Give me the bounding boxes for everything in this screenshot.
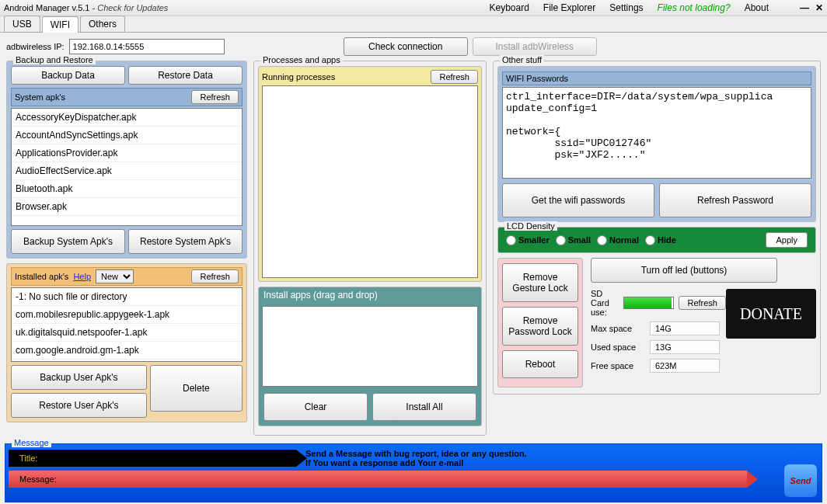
running-processes-label: Running processes — [262, 72, 335, 82]
wifi-passwords-text[interactable]: ctrl_interface=DIR=/data/system/wpa_supp… — [502, 87, 811, 179]
message-title-field[interactable]: Title: — [9, 450, 296, 467]
free-space-value: 623M — [650, 359, 720, 373]
refresh-system-apks-button[interactable]: Refresh — [191, 90, 239, 104]
lcd-small-radio[interactable]: Small — [556, 235, 591, 245]
refresh-password-button[interactable]: Refresh Password — [659, 183, 811, 217]
check-connection-button[interactable]: Check connection — [344, 37, 468, 56]
refresh-installed-button[interactable]: Refresh — [191, 269, 239, 283]
send-message-button[interactable]: Send — [784, 464, 817, 497]
tab-others[interactable]: Others — [80, 16, 125, 32]
tab-wifi[interactable]: WIFI — [42, 16, 79, 33]
list-item[interactable]: com.google.android.gm-1.apk — [12, 342, 242, 360]
get-wifi-passwords-button[interactable]: Get the wifi passwords — [502, 183, 654, 217]
lock-reboot-group: Remove Gesture Lock Remove Password Lock… — [497, 258, 583, 388]
backup-user-apks-button[interactable]: Backup User Apk's — [11, 365, 147, 390]
restore-system-apks-button[interactable]: Restore System Apk's — [128, 229, 243, 254]
install-adbwireless-button[interactable]: Install adbWireless — [473, 37, 597, 56]
lcd-smaller-radio[interactable]: Smaller — [506, 235, 550, 245]
minimize-button[interactable]: — — [800, 2, 809, 13]
close-button[interactable]: ✕ — [815, 2, 823, 13]
system-apks-label: System apk's — [15, 92, 65, 102]
turn-off-led-button[interactable]: Turn off led (buttons) — [591, 258, 777, 283]
message-group: Message Title: Send a Message with bug r… — [5, 443, 822, 502]
sd-progress — [623, 297, 675, 309]
lcd-apply-button[interactable]: Apply — [766, 232, 808, 248]
refresh-sd-button[interactable]: Refresh — [679, 296, 726, 310]
menu-keyboard[interactable]: Keyboard — [489, 2, 529, 13]
max-space-value: 14G — [650, 322, 720, 335]
message-body-field[interactable]: Message: — [9, 471, 747, 488]
lcd-normal-radio[interactable]: Normal — [597, 235, 639, 245]
installed-apks-label: Installed apk's — [15, 272, 68, 281]
restore-user-apks-button[interactable]: Restore User Apk's — [11, 393, 147, 418]
list-item[interactable]: AudioEffectService.apk — [12, 162, 242, 180]
sd-card-use-label: SD Card use: — [591, 289, 619, 317]
list-item[interactable]: com.mobilesrepublic.appygeek-1.apk — [12, 306, 242, 324]
processes-list[interactable] — [262, 85, 478, 278]
remove-password-lock-button[interactable]: Remove Password Lock — [502, 307, 578, 346]
list-item[interactable]: AccessoryKeyDispatcher.apk — [12, 109, 242, 127]
processes-group: Processes and apps Running processes Ref… — [253, 61, 487, 436]
list-item[interactable]: ApplicationsProvider.apk — [12, 144, 242, 162]
backup-restore-group: Backup and Restore Backup Data Restore D… — [6, 61, 247, 259]
clear-install-button[interactable]: Clear — [263, 393, 368, 421]
main-tabs: USB WIFI Others — [0, 16, 827, 33]
menu-file-explorer[interactable]: File Explorer — [543, 2, 595, 13]
message-info-text: Send a Message with bug report, idea or … — [296, 449, 818, 468]
list-item[interactable]: uk.digitalsquid.netspoofer-1.apk — [12, 324, 242, 342]
menu-about[interactable]: About — [745, 2, 769, 13]
adb-ip-input[interactable] — [69, 39, 225, 54]
installed-apk-list[interactable]: -1: No such file or directory com.mobile… — [11, 287, 243, 362]
tab-usb[interactable]: USB — [4, 16, 40, 32]
backup-system-apks-button[interactable]: Backup System Apk's — [11, 229, 125, 254]
delete-apk-button[interactable]: Delete — [150, 365, 243, 412]
filter-combo[interactable]: New — [96, 269, 134, 283]
lcd-hide-radio[interactable]: Hide — [645, 235, 676, 245]
restore-data-button[interactable]: Restore Data — [128, 66, 243, 85]
list-item[interactable]: -1: No such file or directory — [12, 288, 242, 306]
install-dropzone[interactable] — [262, 306, 478, 387]
other-stuff-group: Other stuff WIFI Passwords ctrl_interfac… — [493, 61, 821, 395]
system-apk-list[interactable]: AccessoryKeyDispatcher.apk AccountAndSyn… — [11, 108, 243, 226]
refresh-processes-button[interactable]: Refresh — [431, 70, 478, 84]
remove-gesture-lock-button[interactable]: Remove Gesture Lock — [502, 263, 578, 302]
menu-settings[interactable]: Settings — [609, 2, 643, 13]
backup-data-button[interactable]: Backup Data — [11, 66, 125, 85]
app-title: Android Manager v.5.1 - Check for Update… — [4, 2, 168, 13]
used-space-value: 13G — [650, 340, 720, 354]
donate-button[interactable]: DONATE — [726, 289, 816, 339]
reboot-button[interactable]: Reboot — [502, 350, 578, 378]
titlebar: Android Manager v.5.1 - Check for Update… — [0, 0, 827, 16]
adb-label: adbwireless IP: — [6, 42, 65, 51]
wifi-passwords-label: WIFI Passwords — [506, 74, 568, 83]
files-not-loading-link[interactable]: Files not loading? — [658, 2, 731, 13]
installed-apks-group: Installed apk's Help New Refresh -1: No … — [6, 263, 247, 422]
help-link[interactable]: Help — [73, 272, 91, 281]
list-item[interactable]: Browser.apk — [12, 198, 242, 216]
list-item[interactable]: Bluetooth.apk — [12, 180, 242, 198]
list-item[interactable]: AccountAndSyncSettings.apk — [12, 127, 242, 144]
install-all-button[interactable]: Install All — [372, 393, 476, 421]
install-apps-label: Install apps (drag and drop) — [259, 287, 481, 303]
